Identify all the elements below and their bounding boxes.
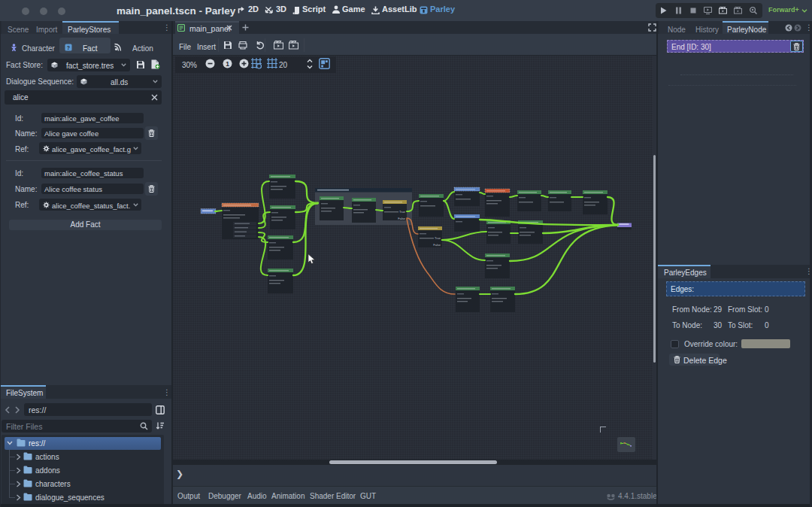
svg-text:1: 1 — [226, 60, 229, 68]
svg-text:?: ? — [67, 45, 70, 50]
svg-text:False: False — [398, 217, 406, 220]
svg-text:False: False — [433, 243, 441, 247]
svg-text:True: True — [399, 210, 406, 214]
svg-text:True: True — [435, 236, 441, 240]
